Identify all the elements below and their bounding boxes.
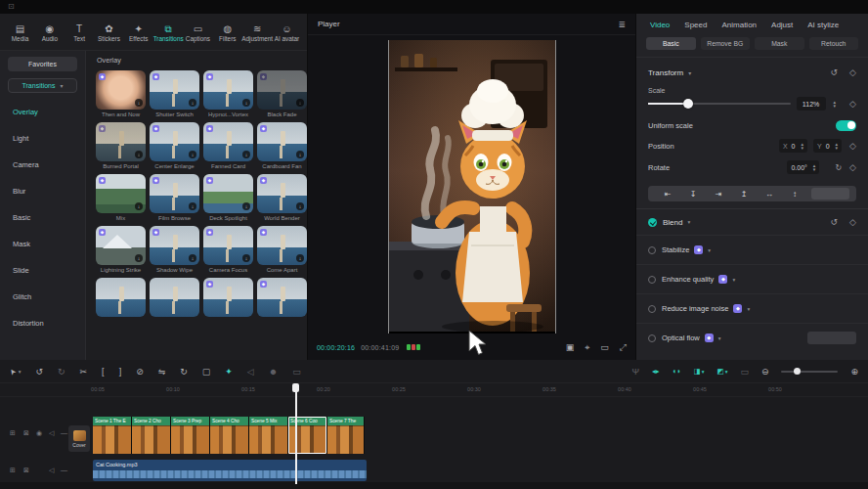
align-top-icon[interactable]: ↥ xyxy=(731,190,757,199)
transition-item[interactable]: ◆ ↓ Film Browse xyxy=(150,174,199,221)
playhead-line[interactable] xyxy=(295,383,297,484)
transition-item[interactable]: ◆ ↓ Lightning Strike xyxy=(96,226,146,273)
record-voiceover-button[interactable]: Ψ xyxy=(632,367,640,377)
align-right-icon[interactable]: ⇥ xyxy=(706,190,731,199)
clip-scene-7[interactable]: Scene 7 The xyxy=(327,417,365,454)
transition-item[interactable]: ◆ ↓ Deck Spotlight xyxy=(203,174,253,221)
transition-thumbnail[interactable]: ◆ ↓ xyxy=(150,174,199,213)
transition-thumbnail[interactable]: ◆ ↓ xyxy=(257,174,307,213)
position-x-stepper[interactable]: ▴▾ xyxy=(801,142,803,151)
trim-right-button[interactable]: ] xyxy=(119,367,122,377)
reduce-noise-row[interactable]: Reduce image noise ◆ ▾ xyxy=(636,293,868,323)
sidebar-item-distortion[interactable]: Distortion xyxy=(0,310,85,336)
transition-thumbnail[interactable]: ◆ ↓ xyxy=(96,122,146,161)
subtab-mask[interactable]: Mask xyxy=(755,37,804,50)
player-options-icon[interactable]: ≣ xyxy=(618,20,626,29)
transition-thumbnail[interactable]: ◆ ↓ xyxy=(203,70,253,110)
blend-section-header[interactable]: Blend ▾ ↺ ◇ xyxy=(636,209,868,235)
tab-speed[interactable]: Speed xyxy=(684,21,707,29)
transition-thumbnail[interactable]: ◆ ↓ xyxy=(257,226,307,265)
video-preview[interactable] xyxy=(388,40,556,333)
transition-item[interactable]: ◆ ↓ Black Fade xyxy=(257,70,307,117)
avatar-tool-button[interactable]: ☻ xyxy=(269,367,278,377)
subtab-basic[interactable]: Basic xyxy=(646,37,696,50)
clip-scene-5[interactable]: Scene 5 Mix xyxy=(249,417,288,454)
transition-item[interactable]: ◆ ↓ Burned Portal xyxy=(96,122,146,169)
favorites-button[interactable]: Favorites xyxy=(8,57,77,71)
playhead-handle[interactable] xyxy=(292,383,299,392)
rotate-clip-button[interactable]: ↻ xyxy=(180,367,188,377)
preview-quality-icon[interactable]: ▣ xyxy=(566,342,575,353)
crop-button[interactable]: ▢ xyxy=(202,367,211,377)
position-y-stepper[interactable]: ▴▾ xyxy=(836,142,839,151)
zoom-slider-knob[interactable] xyxy=(794,368,801,375)
optical-flow-row[interactable]: Optical flow ◆ ▾ xyxy=(636,323,868,352)
align-bottom-icon[interactable]: ↧ xyxy=(680,190,706,199)
clip-scene-4[interactable]: Scene 4 Cho xyxy=(210,417,249,454)
transition-thumbnail[interactable]: ◆ ↓ xyxy=(203,122,253,161)
audio-track[interactable]: Cat Cooking.mp3 xyxy=(93,460,367,481)
category-dropdown[interactable]: Transitions ▾ xyxy=(8,78,77,93)
toolbar-item-filters[interactable]: ◍ Filters xyxy=(213,23,241,42)
tab-video[interactable]: Video xyxy=(650,21,670,29)
transition-item[interactable]: ◆ ↓ World Bender xyxy=(257,174,307,221)
transition-item[interactable]: ◆ ↓ Shadow Wipe xyxy=(150,226,199,273)
align-left-icon[interactable]: ⇤ xyxy=(655,190,680,199)
graph-tool-button[interactable]: ▭ xyxy=(292,367,301,377)
speaker-icon[interactable]: ◁ xyxy=(49,467,54,474)
optical-flow-action-button[interactable] xyxy=(807,332,856,344)
sidebar-item-overlay[interactable]: Overlay xyxy=(0,99,85,125)
undo-button[interactable]: ↺ xyxy=(35,367,43,377)
keyframe-icon[interactable]: ◇ xyxy=(849,141,856,151)
stabilize-row[interactable]: Stabilize ◆ ▾ xyxy=(636,235,868,264)
optical-flow-checkbox[interactable] xyxy=(648,334,656,342)
clip-scene-1[interactable]: Scene 1 The E xyxy=(93,417,132,454)
transition-item[interactable]: ◆ ↓ Hypnot...Vortex xyxy=(203,70,253,117)
sidebar-item-basic[interactable]: Basic xyxy=(0,204,85,231)
sidebar-item-slide[interactable]: Slide xyxy=(0,257,85,284)
tab-animation[interactable]: Animation xyxy=(721,21,757,29)
rotate-stepper[interactable]: ▴▾ xyxy=(813,163,816,172)
transition-item[interactable]: ◆ ↓ Fanned Card xyxy=(203,122,253,169)
toolbar-item-media[interactable]: ▤ Media xyxy=(6,23,34,42)
sidebar-item-mask[interactable]: Mask xyxy=(0,231,85,257)
transition-thumbnail[interactable]: ◆ ↓ xyxy=(96,226,146,265)
mirror-button[interactable]: ⇋ xyxy=(158,367,166,377)
toolbar-item-ai-avatar[interactable]: ☺ AI avatar xyxy=(273,23,301,42)
transition-item[interactable]: ◆ ↓ Mix xyxy=(96,174,146,221)
sidebar-item-light[interactable]: Light xyxy=(0,125,85,152)
transition-item[interactable]: ◆ ↓ Then and Now xyxy=(96,70,146,117)
focus-icon[interactable]: ⌖ xyxy=(585,342,589,353)
keyframe-icon[interactable]: ◇ xyxy=(849,217,856,227)
clip-scene-6-selected[interactable]: Scene 6 Coo xyxy=(288,417,327,454)
preview-axis-button[interactable]: ▭ xyxy=(740,367,749,377)
select-tool-button[interactable]: ➤▾ xyxy=(10,366,21,377)
transition-thumbnail[interactable] xyxy=(96,278,146,317)
transition-item[interactable]: ◆ ↓ Come Apart xyxy=(257,226,307,273)
sidebar-item-glitch[interactable]: Glitch xyxy=(0,284,85,310)
keyframe-icon[interactable]: ◇ xyxy=(849,67,856,77)
timeline-ruler[interactable]: 00:05 00:10 00:15 00:20 00:25 00:30 00:3… xyxy=(0,383,868,397)
toolbar-item-audio[interactable]: ◉ Audio xyxy=(35,23,64,42)
split-options-button[interactable]: ◨▾ xyxy=(694,367,705,376)
marker-options-button[interactable]: ◩▾ xyxy=(717,367,728,376)
transition-thumbnail[interactable]: ◆ ↓ xyxy=(150,70,199,110)
toolbar-item-text[interactable]: T Text xyxy=(65,23,94,42)
transition-item[interactable]: ◆ ↓ Cardboard Fan xyxy=(257,122,307,169)
delete-button[interactable]: ⊘ xyxy=(136,367,144,377)
zoom-in-button[interactable]: ⊕ xyxy=(850,367,858,377)
blend-checkbox-on[interactable] xyxy=(648,218,657,227)
timeline-zoom-slider[interactable] xyxy=(781,371,838,373)
position-x-field[interactable]: X 0 ▴▾ xyxy=(779,139,807,153)
scale-slider-knob[interactable] xyxy=(683,99,693,109)
transition-item[interactable] xyxy=(150,278,199,317)
clip-scene-2[interactable]: Scene 2 Cho xyxy=(132,417,171,454)
transition-thumbnail[interactable] xyxy=(150,278,199,317)
stepper-down-icon[interactable]: ▾ xyxy=(834,104,837,109)
transition-thumbnail[interactable]: ◆ ↓ xyxy=(257,122,307,161)
enhance-quality-row[interactable]: Enhance quality ◆ ▾ xyxy=(636,264,868,293)
snap-toggle-button[interactable]: ◂▸ xyxy=(652,367,660,376)
magic-tools-button[interactable]: ✦ xyxy=(225,367,233,377)
toolbar-item-stickers[interactable]: ✿ Stickers xyxy=(95,23,123,42)
reduce-noise-checkbox[interactable] xyxy=(648,305,656,313)
